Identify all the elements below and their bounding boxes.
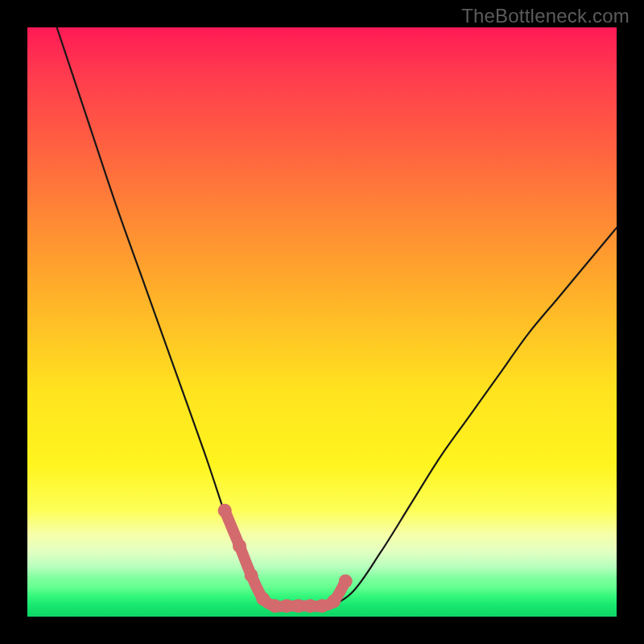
chart-svg	[27, 27, 617, 617]
marker-dot	[245, 568, 258, 582]
marker-dot	[256, 592, 270, 606]
marker-dot	[316, 599, 329, 613]
marker-dot	[218, 504, 232, 518]
chart-frame: TheBottleneck.com	[0, 0, 644, 644]
flat-bottom-marker-path	[225, 510, 345, 606]
marker-dot	[303, 599, 317, 613]
bottleneck-curve	[57, 27, 617, 609]
marker-dot	[291, 599, 305, 613]
flat-bottom-marker-dots	[218, 504, 353, 613]
marker-dot	[233, 539, 246, 553]
marker-dot	[280, 599, 294, 613]
marker-dot	[327, 594, 341, 608]
marker-dot	[339, 575, 353, 588]
plot-area	[27, 27, 617, 617]
marker-dot	[268, 599, 282, 613]
watermark-text: TheBottleneck.com	[461, 5, 630, 27]
